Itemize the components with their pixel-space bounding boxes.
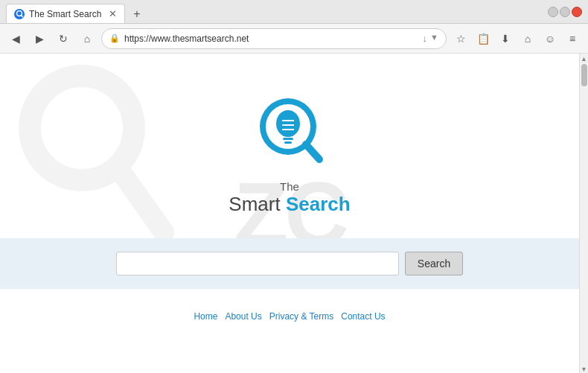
title-bar: The Smart Search ✕ + — □ (0, 0, 588, 24)
browser-frame: The Smart Search ✕ + — □ ◀ ▶ ↻ ⌂ 🔒 https… (0, 0, 588, 373)
logo-icon (245, 91, 334, 180)
address-bar-right: ↓ ▼ (423, 33, 438, 44)
footer-link-privacy-terms[interactable]: Privacy & Terms (269, 311, 333, 322)
svg-point-0 (17, 10, 22, 16)
toolbar: ◀ ▶ ↻ ⌂ 🔒 https://www.thesmartsearch.net… (0, 24, 588, 54)
logo-smart-word: Smart (229, 193, 286, 215)
search-input[interactable] (116, 252, 399, 275)
refresh-small-icon: ↓ (423, 33, 428, 44)
scrollbar[interactable]: ▲ ▼ (579, 54, 588, 373)
footer-link-home[interactable]: Home (194, 311, 217, 322)
footer-link-about-us[interactable]: About Us (225, 311, 261, 322)
svg-rect-7 (283, 134, 293, 136)
scroll-up-arrow[interactable]: ▲ (581, 55, 587, 63)
minimize-button[interactable]: — (548, 7, 558, 17)
forward-button[interactable]: ▶ (30, 29, 49, 48)
tab-title: The Smart Search (29, 9, 101, 19)
refresh-button[interactable]: ↻ (54, 29, 73, 48)
address-bar[interactable]: 🔒 https://www.thesmartsearch.net ↓ ▼ (101, 28, 447, 49)
url-text: https://www.thesmartsearch.net (124, 34, 418, 44)
logo-text-block: The Smart Search (229, 180, 350, 216)
downloads-button[interactable]: ⬇ (496, 29, 515, 48)
page-wrapper: ZC (0, 54, 588, 373)
home-button[interactable]: ⌂ (77, 29, 97, 48)
bookmark-list-button[interactable]: 📋 (473, 29, 493, 48)
new-tab-button[interactable]: + (128, 5, 146, 23)
back-button[interactable]: ◀ (6, 29, 25, 48)
smiley-button[interactable]: ☺ (540, 29, 560, 48)
tab-favicon (14, 9, 25, 19)
footer-links: Home About Us Privacy & Terms Contact Us (194, 311, 385, 322)
dropdown-icon: ▼ (430, 33, 438, 44)
lock-icon: 🔒 (109, 34, 120, 43)
svg-point-6 (276, 110, 300, 137)
logo-the: The (280, 180, 299, 193)
svg-line-13 (306, 144, 319, 159)
scroll-down-arrow[interactable]: ▼ (581, 366, 587, 373)
tab-bar: The Smart Search ✕ + (6, 0, 548, 23)
logo-container: The Smart Search (229, 91, 350, 216)
scroll-thumb[interactable] (581, 64, 587, 86)
page-content: ZC (0, 54, 579, 373)
logo-smart-search: Smart Search (229, 193, 350, 216)
maximize-button[interactable]: □ (560, 7, 570, 17)
svg-line-1 (22, 15, 24, 17)
svg-point-2 (30, 76, 134, 180)
svg-line-3 (119, 169, 164, 232)
window-controls: — □ (548, 7, 582, 17)
search-box: Search (116, 252, 463, 275)
svg-rect-9 (284, 141, 292, 144)
footer-link-contact-us[interactable]: Contact Us (341, 311, 385, 322)
close-button[interactable] (572, 7, 582, 17)
menu-button[interactable]: ≡ (563, 29, 582, 48)
svg-rect-8 (283, 138, 293, 140)
active-tab[interactable]: The Smart Search ✕ (6, 4, 125, 23)
search-button[interactable]: Search (405, 252, 463, 275)
search-area: Search (0, 238, 579, 289)
logo-search-word: Search (286, 193, 351, 215)
home-toolbar-button[interactable]: ⌂ (518, 29, 537, 48)
bookmark-star-button[interactable]: ☆ (451, 29, 470, 48)
tab-close-button[interactable]: ✕ (109, 9, 117, 19)
toolbar-icons: ☆ 📋 ⬇ ⌂ ☺ ≡ (451, 29, 582, 48)
